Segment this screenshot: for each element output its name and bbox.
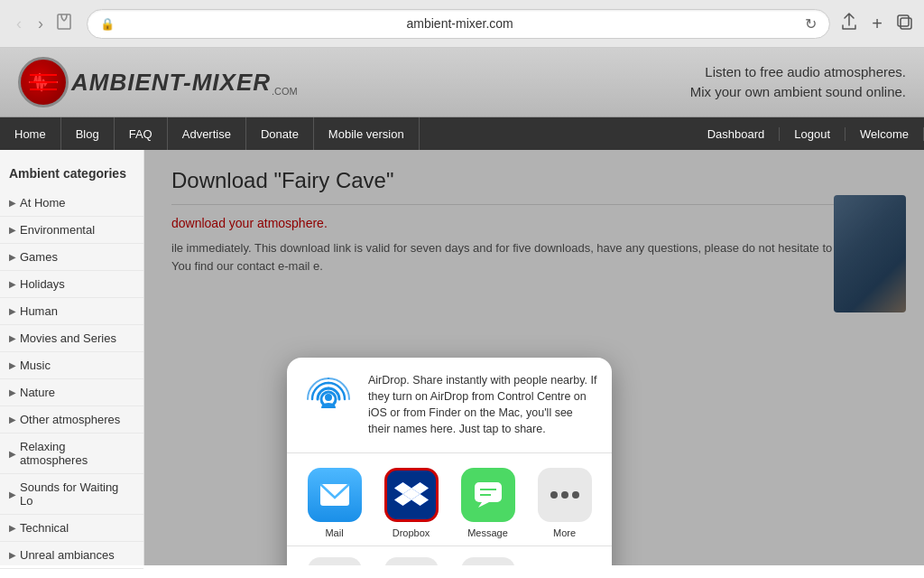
sidebar-item-other[interactable]: ▶ Other atmospheres — [0, 406, 143, 434]
svg-rect-1 — [898, 15, 909, 26]
sidebar-arrow: ▶ — [9, 387, 16, 397]
nav-logout[interactable]: Logout — [780, 127, 845, 141]
back-button[interactable]: ‹ — [11, 11, 27, 37]
nav-advertise[interactable]: Advertise — [168, 117, 246, 150]
logo-text: AMBIENT-MIXER — [71, 69, 271, 97]
share-more[interactable]: More — [533, 468, 596, 538]
sidebar-item-relaxing[interactable]: ▶ Relaxing atmospheres — [0, 434, 143, 474]
airdrop-icon — [301, 372, 356, 426]
sidebar-label: Nature — [20, 386, 55, 399]
nav-faq[interactable]: FAQ — [115, 117, 168, 150]
share-dropbox[interactable]: Dropbox — [380, 468, 443, 538]
sidebar-label: Movies and Series — [20, 331, 116, 345]
airdrop-section: AirDrop. Share instantly with people nea… — [287, 358, 612, 453]
new-tab-button[interactable]: + — [872, 14, 882, 34]
sidebar-arrow: ▶ — [9, 225, 16, 235]
sidebar-label: Games — [20, 250, 58, 264]
nav-right: Dashboard Logout Welcome — [693, 127, 924, 141]
svg-rect-2 — [901, 18, 911, 29]
sidebar-label: Music — [20, 359, 51, 372]
sidebar-item-at-home[interactable]: ▶ At Home — [0, 190, 143, 217]
sidebar-arrow: ▶ — [9, 198, 16, 208]
sidebar-item-holidays[interactable]: ▶ Holidays — [0, 271, 143, 298]
main-layout: Ambient categories ▶ At Home ▶ Environme… — [0, 150, 924, 565]
nav-welcome[interactable]: Welcome — [845, 127, 924, 141]
sidebar-arrow: ▶ — [9, 306, 16, 316]
share-icons-row1: Mail — [287, 453, 612, 546]
message-icon — [461, 468, 515, 522]
site-header: AMBIENT-MIXER .COM Listen to free audio … — [0, 48, 924, 117]
share-message[interactable]: Message — [457, 468, 520, 538]
share-more2[interactable]: More — [457, 557, 520, 566]
share-button[interactable] — [839, 12, 859, 36]
header-tagline: Listen to free audio atmospheres. Mix yo… — [690, 62, 906, 103]
sidebar-label: Sounds for Waiting Lo — [20, 480, 134, 508]
svg-rect-17 — [475, 482, 502, 502]
sidebar-arrow: ▶ — [9, 523, 16, 533]
address-bar[interactable]: 🔒 ambient-mixer.com ↻ — [87, 9, 830, 39]
sidebar-item-nature[interactable]: ▶ Nature — [0, 379, 143, 406]
airdrop-text: AirDrop. Share instantly with people nea… — [368, 372, 597, 438]
sidebar-arrow: ▶ — [9, 489, 16, 499]
save-files-icon — [308, 557, 362, 566]
sidebar-item-human[interactable]: ▶ Human — [0, 298, 143, 325]
sidebar-arrow: ▶ — [9, 279, 16, 289]
sidebar-label: Holidays — [20, 277, 65, 291]
sidebar-label: Unreal ambiances — [20, 548, 115, 562]
copy-icon — [384, 557, 439, 566]
sidebar-label: Technical — [20, 521, 69, 535]
airdrop-description: AirDrop. Share instantly with people nea… — [368, 374, 596, 435]
windows-button[interactable] — [895, 13, 913, 35]
content-area: Download "Fairy Cave" download your atmo… — [144, 150, 924, 565]
mail-label: Mail — [325, 527, 343, 538]
sidebar-item-movies[interactable]: ▶ Movies and Series — [0, 325, 143, 352]
sidebar: Ambient categories ▶ At Home ▶ Environme… — [0, 150, 144, 565]
logo-icon — [18, 57, 69, 107]
bookmarks-button[interactable] — [54, 12, 74, 36]
svg-marker-18 — [478, 502, 489, 508]
nav-blog[interactable]: Blog — [61, 117, 115, 150]
nav-home[interactable]: Home — [0, 117, 61, 150]
sidebar-item-unreal[interactable]: ▶ Unreal ambiances — [0, 542, 143, 569]
more2-dots-icon — [461, 557, 515, 566]
dropbox-icon — [384, 468, 439, 522]
dropbox-label: Dropbox — [393, 527, 430, 538]
sidebar-item-technical[interactable]: ▶ Technical — [0, 515, 143, 542]
mail-icon — [308, 468, 362, 522]
url-text: ambient-mixer.com — [122, 16, 798, 31]
sidebar-item-music[interactable]: ▶ Music — [0, 352, 143, 379]
sidebar-item-environmental[interactable]: ▶ Environmental — [0, 217, 143, 244]
share-popup: AirDrop. Share instantly with people nea… — [287, 358, 612, 565]
sidebar-item-games[interactable]: ▶ Games — [0, 244, 143, 271]
logo-area: AMBIENT-MIXER .COM — [18, 57, 298, 107]
sidebar-label: Relaxing atmospheres — [20, 440, 134, 467]
sidebar-label: Human — [20, 304, 58, 318]
nav-mobile[interactable]: Mobile version — [314, 117, 420, 150]
more-dots-icon — [538, 468, 592, 522]
share-copy[interactable]: Copy — [380, 557, 443, 566]
sidebar-arrow: ▶ — [9, 360, 16, 370]
browser-actions: + — [839, 12, 913, 36]
tagline-line2: Mix your own ambient sound online. — [690, 82, 906, 103]
sidebar-arrow: ▶ — [9, 415, 16, 424]
sidebar-item-sounds[interactable]: ▶ Sounds for Waiting Lo — [0, 474, 143, 515]
sidebar-arrow: ▶ — [9, 550, 16, 560]
nav-donate[interactable]: Donate — [246, 117, 314, 150]
nav-dashboard[interactable]: Dashboard — [693, 127, 781, 141]
sidebar-arrow: ▶ — [9, 449, 16, 459]
site-nav: Home Blog FAQ Advertise Donate Mobile ve… — [0, 117, 924, 150]
message-label: Message — [467, 527, 508, 538]
share-icons-row2: Save to Files Copy — [287, 546, 612, 566]
share-mail[interactable]: Mail — [303, 468, 366, 538]
sidebar-label: At Home — [20, 196, 66, 210]
browser-chrome: ‹ › 🔒 ambient-mixer.com ↻ + — [0, 0, 924, 48]
sidebar-label: Environmental — [20, 223, 95, 237]
svg-point-4 — [325, 394, 332, 401]
sidebar-arrow: ▶ — [9, 252, 16, 262]
nav-buttons: ‹ › — [11, 11, 78, 37]
logo-com: .COM — [272, 86, 298, 97]
share-save-files[interactable]: Save to Files — [303, 557, 366, 566]
lock-icon: 🔒 — [100, 17, 115, 31]
forward-button[interactable]: › — [32, 11, 49, 37]
refresh-button[interactable]: ↻ — [805, 15, 817, 33]
